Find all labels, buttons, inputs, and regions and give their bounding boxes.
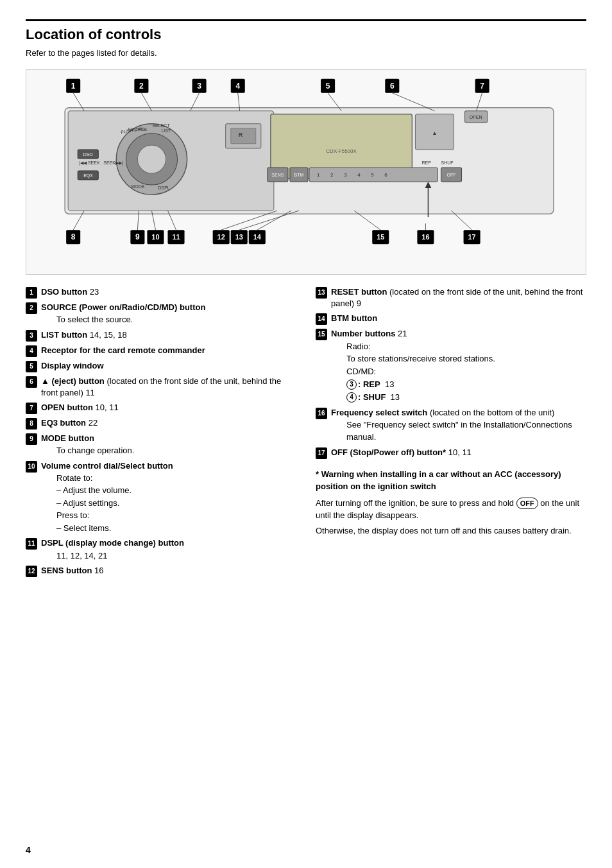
svg-text:12: 12: [217, 233, 225, 241]
diagram: PUSH DIAL SELECT SOURCE LIST MODE DSPL D…: [26, 69, 586, 275]
svg-text:11: 11: [172, 233, 180, 241]
item-num-3: 3: [26, 330, 37, 342]
svg-text:SOURCE: SOURCE: [128, 127, 147, 132]
svg-text:14: 14: [253, 233, 262, 241]
svg-text:17: 17: [468, 233, 475, 241]
item-num-13: 13: [316, 287, 327, 299]
item-num-17: 17: [316, 447, 327, 459]
list-item: 6 ▲ (eject) button (located on the front…: [26, 376, 296, 399]
svg-text:5: 5: [371, 172, 374, 178]
item-content-6: ▲ (eject) button (located on the front s…: [41, 376, 296, 399]
item-content-10: Volume control dial/Select button Rotate…: [41, 460, 296, 535]
item-content-15: Number buttons 21 Radio: To store statio…: [331, 328, 586, 403]
list-item: 8 EQ3 button 22: [26, 417, 296, 430]
list-item: 17 OFF (Stop/Power off) button* 10, 11: [316, 447, 586, 459]
item-num-1: 1: [26, 287, 37, 299]
svg-text:9: 9: [135, 232, 140, 241]
warning-body2: Otherwise, the display does not turn off…: [316, 525, 586, 537]
svg-text:4: 4: [235, 82, 240, 91]
item-num-16: 16: [316, 408, 327, 419]
item-content-4: Receptor for the card remote commander: [41, 345, 296, 356]
svg-text:13: 13: [235, 233, 243, 241]
item-num-12: 12: [26, 566, 37, 577]
svg-text:2: 2: [330, 172, 334, 178]
svg-text:|◀◀ SEEK: |◀◀ SEEK: [79, 161, 100, 166]
list-item: 9 MODE button To change operation.: [26, 433, 296, 457]
list-item: 2 SOURCE (Power on/Radio/CD/MD) button T…: [26, 302, 296, 326]
svg-text:BTM: BTM: [294, 173, 304, 177]
svg-text:▲: ▲: [432, 130, 437, 136]
item-num-6: 6: [26, 376, 37, 388]
list-item: 1 DSO button 23: [26, 286, 296, 299]
svg-text:3: 3: [344, 172, 347, 178]
warning-section: * Warning when installing in a car witho…: [316, 468, 586, 537]
item-num-2: 2: [26, 302, 37, 314]
item-num-8: 8: [26, 418, 37, 430]
item-num-15: 15: [316, 329, 327, 340]
svg-text:SEEK▶▶|: SEEK▶▶|: [103, 161, 123, 166]
svg-point-4: [137, 145, 166, 173]
item-content-7: OPEN button 10, 11: [41, 402, 296, 413]
svg-text:2: 2: [139, 82, 144, 91]
svg-text:1: 1: [317, 172, 320, 178]
list-item: 5 Display window: [26, 360, 296, 372]
item-content-9: MODE button To change operation.: [41, 433, 296, 457]
item-content-11: DSPL (display mode change) button 11, 12…: [41, 537, 296, 562]
list-item: 4 Receptor for the card remote commander: [26, 345, 296, 357]
list-item: 15 Number buttons 21 Radio: To store sta…: [316, 328, 586, 403]
svg-text:16: 16: [421, 233, 429, 241]
svg-text:DSO: DSO: [83, 152, 94, 157]
list-item: 12 SENS button 16: [26, 565, 296, 577]
svg-text:3: 3: [197, 82, 201, 91]
svg-text:LIST: LIST: [161, 128, 171, 133]
svg-text:DSPL: DSPL: [158, 186, 169, 190]
item-num-14: 14: [316, 313, 327, 325]
svg-text:OFF: OFF: [447, 173, 456, 177]
items-container: 1 DSO button 23 2 SOURCE (Power on/Radio…: [26, 286, 586, 580]
warning-title: * Warning when installing in a car witho…: [316, 468, 586, 493]
circle-3: 3: [346, 379, 357, 390]
svg-text:R: R: [239, 132, 243, 138]
item-content-13: RESET button (located on the front side …: [331, 286, 586, 309]
item-content-16: Frequency select switch (located on the …: [331, 407, 586, 444]
svg-text:SELECT: SELECT: [152, 123, 170, 128]
svg-text:6: 6: [384, 172, 387, 178]
item-num-5: 5: [26, 361, 37, 372]
item-num-9: 9: [26, 433, 37, 445]
svg-text:REP: REP: [421, 161, 431, 165]
svg-text:10: 10: [151, 233, 159, 241]
warning-body: After turning off the ignition, be sure …: [316, 497, 586, 522]
svg-text:7: 7: [480, 82, 484, 91]
item-content-14: BTM button: [331, 313, 586, 324]
item-content-3: LIST button 14, 15, 18: [41, 329, 296, 341]
item-content-5: Display window: [41, 360, 296, 372]
item-content-2: SOURCE (Power on/Radio/CD/MD) button To …: [41, 302, 296, 326]
svg-text:SENS: SENS: [271, 173, 284, 177]
svg-text:8: 8: [71, 232, 76, 241]
page-number: 4: [26, 845, 31, 855]
item-content-8: EQ3 button 22: [41, 417, 296, 429]
list-item: 10 Volume control dial/Select button Rot…: [26, 460, 296, 535]
list-item: 16 Frequency select switch (located on t…: [316, 407, 586, 444]
list-item: 3 LIST button 14, 15, 18: [26, 329, 296, 342]
item-num-4: 4: [26, 345, 37, 357]
item-num-7: 7: [26, 403, 37, 414]
item-num-11: 11: [26, 538, 37, 550]
circle-4: 4: [346, 392, 357, 403]
item-content-12: SENS button 16: [41, 565, 296, 577]
svg-rect-18: [231, 128, 256, 144]
list-item: 7 OPEN button 10, 11: [26, 402, 296, 414]
svg-text:SHUF: SHUF: [441, 161, 453, 165]
items-right: 13 RESET button (located on the front si…: [316, 286, 586, 580]
off-badge: OFF: [516, 498, 538, 510]
subtitle: Refer to the pages listed for details.: [26, 48, 586, 58]
svg-text:1: 1: [71, 82, 76, 91]
list-item: 13 RESET button (located on the front si…: [316, 286, 586, 309]
svg-text:OPEN: OPEN: [470, 115, 482, 119]
svg-text:EQ3: EQ3: [83, 173, 92, 178]
svg-text:CDX-F5500X: CDX-F5500X: [326, 148, 357, 154]
svg-text:4: 4: [357, 172, 361, 178]
list-item: 14 BTM button: [316, 313, 586, 325]
svg-text:15: 15: [377, 233, 384, 241]
item-content-1: DSO button 23: [41, 286, 296, 298]
